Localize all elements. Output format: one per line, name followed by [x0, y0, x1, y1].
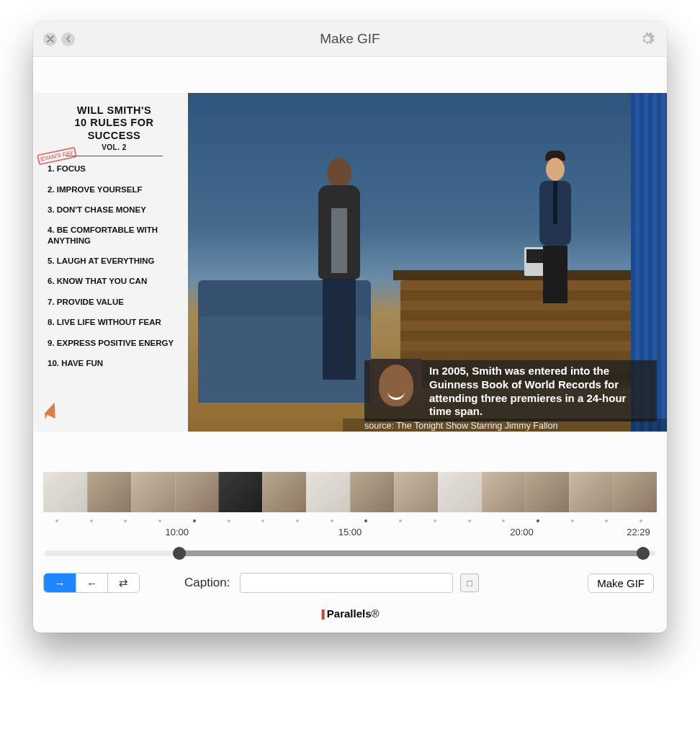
- app-window: Make GIF WILL SMITH'S 10 RULES FOR SUCCE…: [33, 22, 667, 633]
- range-slider[interactable]: [45, 547, 655, 560]
- video-preview: WILL SMITH'S 10 RULES FOR SUCCESS VOL. 2…: [33, 93, 667, 432]
- list-item: 1. FOCUS: [48, 164, 181, 174]
- direction-segment: → ← ⇄: [43, 573, 140, 593]
- make-gif-button[interactable]: Make GIF: [588, 573, 654, 593]
- list-item: 9. EXPRESS POSITIVE ENERGY: [48, 338, 181, 348]
- list-item: 3. DON'T CHASE MONEY: [48, 205, 181, 215]
- list-item: 2. IMPROVE YOURSELF: [48, 184, 181, 195]
- direction-forward-button[interactable]: →: [44, 573, 76, 592]
- time-label: 22:29: [627, 527, 650, 537]
- time-label: 20:00: [510, 527, 534, 537]
- gear-icon[interactable]: [640, 31, 655, 47]
- parallels-logo-icon: ||: [320, 607, 323, 620]
- controls-row: → ← ⇄ Caption: ◻ Make GIF: [33, 560, 667, 600]
- range-handle-end[interactable]: [637, 547, 650, 560]
- avatar: [370, 359, 422, 409]
- direction-both-button[interactable]: ⇄: [107, 573, 139, 592]
- fact-caption: In 2005, Smith was entered into the Guin…: [364, 360, 657, 421]
- fact-text: In 2005, Smith was entered into the Guin…: [429, 365, 626, 417]
- caption-input[interactable]: [240, 573, 453, 593]
- range-fill: [179, 550, 644, 556]
- time-label: 10:00: [165, 527, 189, 537]
- list-item: 8. LIVE LIFE WITHOUT FEAR: [48, 317, 181, 327]
- list-item: 5. LAUGH AT EVERYTHING: [48, 256, 181, 266]
- list-item: 7. PROVIDE VALUE: [48, 297, 181, 307]
- timeline-ticks: [43, 517, 657, 525]
- list-item: 10. HAVE FUN: [48, 358, 181, 368]
- timeline-thumbnails[interactable]: [43, 472, 657, 512]
- direction-back-button[interactable]: ←: [76, 573, 107, 592]
- time-label: 15:00: [338, 527, 362, 537]
- brand-mark: ®: [372, 607, 380, 620]
- video-frame: In 2005, Smith was entered into the Guin…: [188, 93, 667, 432]
- source-text: source: The Tonight Show Starring Jimmy …: [364, 421, 557, 431]
- brand-text: Parallels: [327, 607, 372, 620]
- title-bar: Make GIF: [33, 22, 667, 57]
- emoji-picker-button[interactable]: ◻: [460, 573, 479, 592]
- list-item: 6. KNOW THAT YOU CAN: [48, 276, 181, 286]
- window-title: Make GIF: [33, 31, 667, 47]
- timeline: 10:00 15:00 20:00 22:29: [33, 432, 667, 560]
- preview-side-panel: WILL SMITH'S 10 RULES FOR SUCCESS VOL. 2…: [33, 93, 188, 432]
- brand-footer: ||Parallels®: [33, 600, 667, 633]
- source-strip: source: The Tonight Show Starring Jimmy …: [343, 419, 667, 432]
- list-item: 4. BE COMFORTABLE WITH ANYTHING: [48, 225, 181, 246]
- panel-title-2: 10 RULES FOR SUCCESS: [48, 117, 181, 142]
- range-handle-start[interactable]: [173, 547, 186, 560]
- caption-label: Caption:: [184, 576, 230, 590]
- panel-title-1: WILL SMITH'S: [48, 104, 181, 117]
- timeline-labels: 10:00 15:00 20:00 22:29: [43, 527, 657, 540]
- paper-plane-icon: [35, 403, 57, 422]
